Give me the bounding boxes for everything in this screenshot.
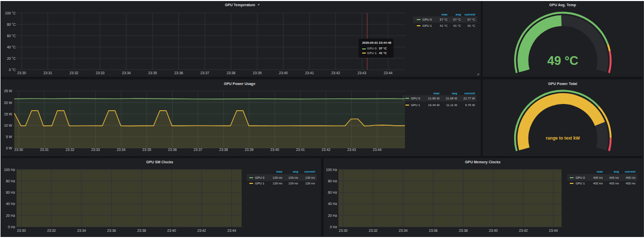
svg-text:23:40: 23:40 xyxy=(489,229,498,232)
svg-text:20 Hz: 20 Hz xyxy=(328,214,337,217)
svg-text:23:32: 23:32 xyxy=(369,229,378,232)
svg-text:0 W: 0 W xyxy=(6,146,12,150)
svg-text:23:41: 23:41 xyxy=(296,148,304,151)
svg-text:23:32: 23:32 xyxy=(65,148,74,151)
svg-text:23:42: 23:42 xyxy=(519,229,528,232)
svg-text:range to text kW: range to text kW xyxy=(546,135,580,141)
svg-text:23:43: 23:43 xyxy=(347,148,356,151)
svg-text:40 Hz: 40 Hz xyxy=(6,202,15,206)
svg-text:5 W: 5 W xyxy=(6,135,12,139)
svg-text:23:34: 23:34 xyxy=(399,229,408,232)
svg-text:23:32: 23:32 xyxy=(47,229,56,232)
svg-text:23:44: 23:44 xyxy=(227,229,236,232)
svg-text:23:36: 23:36 xyxy=(168,148,177,151)
svg-text:20 Hz: 20 Hz xyxy=(6,214,15,217)
svg-text:0 Hz: 0 Hz xyxy=(330,225,337,229)
svg-text:23:39: 23:39 xyxy=(245,148,253,151)
svg-text:23:30: 23:30 xyxy=(17,229,26,232)
svg-text:80 Hz: 80 Hz xyxy=(6,179,15,183)
svg-text:23:34: 23:34 xyxy=(77,229,86,232)
svg-text:60 Hz: 60 Hz xyxy=(6,191,15,194)
svg-text:23:44: 23:44 xyxy=(373,148,382,151)
svg-text:23:35: 23:35 xyxy=(142,148,151,151)
svg-text:23:38: 23:38 xyxy=(137,229,146,232)
svg-text:15 W: 15 W xyxy=(4,112,12,116)
svg-text:80 Hz: 80 Hz xyxy=(328,179,337,183)
svg-text:20 W: 20 W xyxy=(4,101,12,105)
svg-text:23:31: 23:31 xyxy=(40,148,48,151)
svg-text:23:33: 23:33 xyxy=(91,148,100,151)
svg-text:0 Hz: 0 Hz xyxy=(8,225,15,229)
svg-text:10 W: 10 W xyxy=(4,124,12,127)
svg-text:23:37: 23:37 xyxy=(194,148,202,151)
svg-text:23:38: 23:38 xyxy=(219,148,228,151)
svg-text:23:42: 23:42 xyxy=(197,229,206,232)
svg-text:23:40: 23:40 xyxy=(167,229,176,232)
svg-text:49 °C: 49 °C xyxy=(547,54,578,67)
svg-text:23:36: 23:36 xyxy=(107,229,116,232)
svg-text:23:38: 23:38 xyxy=(459,229,468,232)
svg-text:100 Hz: 100 Hz xyxy=(4,168,15,172)
svg-text:23:42: 23:42 xyxy=(321,148,330,151)
svg-text:23:30: 23:30 xyxy=(14,148,23,151)
svg-text:60 Hz: 60 Hz xyxy=(328,191,337,194)
svg-text:23:36: 23:36 xyxy=(429,229,437,232)
svg-text:23:34: 23:34 xyxy=(117,148,126,151)
svg-text:100 Hz: 100 Hz xyxy=(326,168,337,172)
svg-text:23:30: 23:30 xyxy=(338,229,347,232)
svg-text:23:44: 23:44 xyxy=(549,229,558,232)
svg-text:25 W: 25 W xyxy=(4,89,12,93)
svg-text:23:40: 23:40 xyxy=(270,148,279,151)
svg-text:40 Hz: 40 Hz xyxy=(328,202,337,206)
